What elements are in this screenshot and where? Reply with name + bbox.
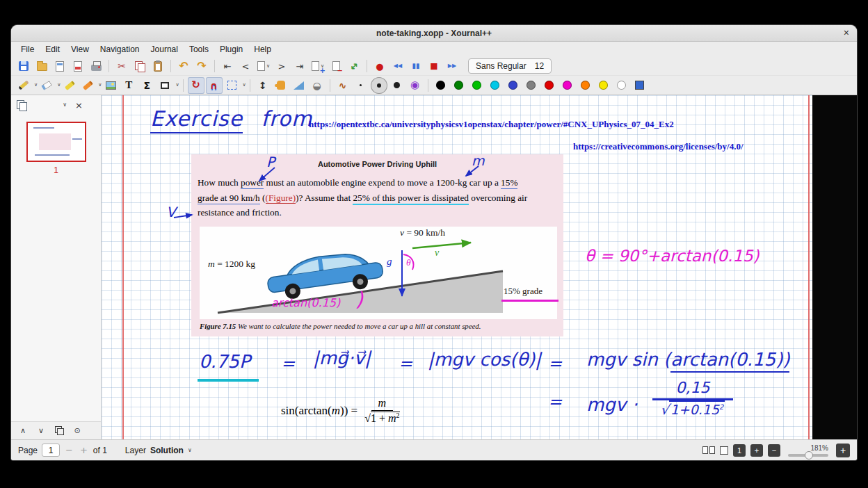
redo-button[interactable]: ↷	[193, 58, 210, 74]
export-button[interactable]	[51, 58, 68, 74]
color-swatch-cyan[interactable]	[487, 77, 504, 94]
zoom-original-button[interactable]: −	[768, 444, 780, 457]
snap-ruler-button[interactable]: ∩	[206, 77, 223, 94]
sidebar-footer: ∧ ∨ ⊙	[11, 421, 101, 439]
color-swatch-light-green[interactable]	[469, 77, 485, 94]
marker-tool-button[interactable]	[79, 77, 96, 94]
menu-help[interactable]: Help	[248, 43, 277, 56]
zoom-slider[interactable]	[788, 454, 828, 457]
pen-tool-button[interactable]	[15, 77, 32, 94]
fullscreen-button[interactable]: ↔	[346, 58, 362, 74]
paste-button[interactable]	[150, 58, 166, 74]
scroll-up-icon[interactable]: ∧	[18, 427, 28, 434]
shapes-tool-button[interactable]	[156, 77, 173, 94]
chevron-down-icon[interactable]: ∨	[57, 83, 61, 88]
license-link[interactable]: https://creativecommons.org/licenses/by/…	[573, 141, 744, 152]
compass-tool-button[interactable]: ◒	[309, 77, 326, 94]
first-page-button[interactable]: ⇤	[219, 58, 236, 74]
chevron-down-icon[interactable]: ∨	[63, 102, 67, 108]
insert-image-button[interactable]	[102, 77, 119, 94]
underlined-dissipated: 25% of this power is dissipated	[353, 193, 469, 205]
menu-navigation[interactable]: Navigation	[95, 43, 145, 56]
color-swatch-black[interactable]	[433, 77, 449, 94]
thickness-fine-button[interactable]	[353, 77, 369, 94]
select-rectangle-button[interactable]	[224, 77, 241, 94]
canvas-background[interactable]: Exercise from https://opentextbc.ca/univ…	[102, 95, 857, 439]
color-swatch-yellow[interactable]	[595, 77, 612, 94]
source-link[interactable]: https://opentextbc.ca/universityphysicsv…	[309, 119, 674, 130]
duplicate-page-icon[interactable]	[54, 426, 64, 436]
titlebar[interactable]: note-taking.xopp - Xournal++ ×	[11, 25, 857, 42]
previous-page-button[interactable]: <	[237, 58, 254, 74]
color-swatch-gray[interactable]	[523, 77, 540, 94]
cut-button[interactable]: ✂	[113, 58, 130, 74]
font-selector[interactable]: Sans Regular 12	[468, 58, 552, 74]
shape-recognizer-button[interactable]: ↻	[188, 77, 204, 94]
marker-icon	[83, 80, 93, 90]
goto-target-icon[interactable]: ⊙	[72, 427, 82, 434]
text-tool-button[interactable]: T	[120, 77, 137, 94]
thickness-thick-button[interactable]	[389, 77, 405, 94]
menu-view[interactable]: View	[65, 43, 95, 56]
goto-page-button[interactable]: ∨	[255, 58, 272, 74]
chevron-down-icon[interactable]: ∨	[98, 83, 102, 88]
page-decrement-button[interactable]: −	[64, 446, 74, 455]
new-page-button[interactable]: +∨	[310, 58, 326, 74]
document-page[interactable]: Exercise from https://opentextbc.ca/univ…	[102, 95, 812, 439]
menu-file[interactable]: File	[15, 43, 40, 56]
rewind-button[interactable]: ◀◀	[389, 58, 406, 74]
record-button[interactable]: ●	[371, 58, 388, 74]
two-page-view-button[interactable]	[702, 446, 715, 454]
fill-tool-button[interactable]: ◉	[407, 77, 424, 94]
layer-value[interactable]: Solution	[150, 446, 184, 455]
save-button[interactable]	[15, 58, 32, 74]
print-button[interactable]	[88, 58, 104, 74]
chevron-down-icon[interactable]: ∨	[175, 83, 179, 88]
color-swatch-magenta[interactable]	[559, 77, 576, 94]
scroll-down-icon[interactable]: ∨	[36, 427, 46, 434]
color-swatch-white[interactable]	[613, 77, 630, 94]
menu-tools[interactable]: Tools	[184, 43, 214, 56]
chevron-down-icon[interactable]: ∨	[34, 83, 38, 88]
menu-plugin[interactable]: Plugin	[214, 43, 248, 56]
spline-tool-button[interactable]: ∿	[335, 77, 351, 94]
one-page-layout-button[interactable]: 1	[733, 444, 746, 457]
color-swatch-orange[interactable]	[577, 77, 594, 94]
zoom-in-button[interactable]: +	[836, 444, 850, 457]
highlighter-tool-button[interactable]	[61, 77, 78, 94]
open-button[interactable]	[33, 58, 50, 74]
chevron-down-icon[interactable]: ∨	[188, 448, 192, 453]
stop-button[interactable]: ■	[426, 58, 442, 74]
page-thumbnail[interactable]	[26, 122, 86, 162]
color-picker-button[interactable]	[632, 77, 648, 94]
page-increment-button[interactable]: +	[79, 446, 89, 455]
hand-tool-button[interactable]	[273, 77, 289, 94]
undo-button[interactable]: ↶	[175, 58, 192, 74]
delete-page-button[interactable]: −	[328, 58, 344, 74]
menu-journal[interactable]: Journal	[145, 43, 184, 56]
next-page-button[interactable]: >	[273, 58, 290, 74]
vertical-space-tool-button[interactable]: ↕	[255, 77, 271, 94]
single-page-view-button[interactable]	[720, 446, 728, 455]
last-page-button[interactable]: ⇥	[291, 58, 308, 74]
zoom-fit-button[interactable]: +	[750, 444, 763, 457]
color-swatch-red[interactable]	[541, 77, 558, 94]
copy-button[interactable]	[131, 58, 148, 74]
sidebar-close-icon[interactable]: ×	[75, 101, 83, 110]
pause-button[interactable]: ▮▮	[408, 58, 424, 74]
zoom-slider-thumb[interactable]	[805, 451, 813, 459]
figure-link[interactable]: (Figure)	[266, 193, 296, 204]
separator	[170, 60, 171, 72]
color-swatch-green[interactable]	[451, 77, 467, 94]
forward-button[interactable]: ▶▶	[444, 58, 460, 74]
latex-tool-button[interactable]: Σ	[138, 77, 155, 94]
chevron-down-icon[interactable]: ∨	[243, 83, 246, 88]
thickness-medium-button[interactable]	[371, 77, 387, 94]
menu-edit[interactable]: Edit	[40, 43, 65, 56]
window-close-button[interactable]: ×	[844, 27, 849, 38]
export-pdf-button[interactable]	[70, 58, 86, 74]
setsquare-tool-button[interactable]	[291, 77, 307, 94]
color-swatch-blue[interactable]	[505, 77, 522, 94]
eraser-tool-button[interactable]	[38, 77, 55, 94]
page-number-input[interactable]	[42, 444, 60, 457]
